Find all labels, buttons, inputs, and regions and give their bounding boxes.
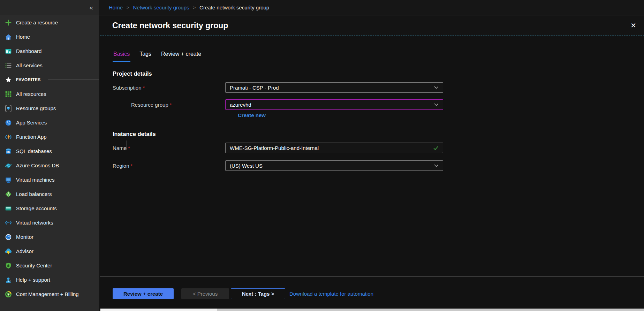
resource-group-select[interactable]: azurevhd (225, 99, 443, 110)
review-create-button[interactable]: Review + create (113, 288, 174, 299)
check-icon (433, 145, 439, 151)
sidebar-item-virtual-machines[interactable]: Virtual machines (0, 173, 99, 187)
region-select[interactable]: (US) West US (225, 160, 443, 171)
resource-group-value: azurevhd (230, 102, 251, 108)
cost-management-icon: $ (5, 291, 12, 298)
name-row: Name* WME-SG-Platform-Public-and-Interna… (113, 143, 644, 153)
sidebar-item-all-resources[interactable]: All resources (0, 87, 99, 101)
monitor-icon (5, 234, 12, 241)
subscription-label: Subscription* (113, 85, 225, 91)
sidebar-item-all-services[interactable]: All services (0, 58, 99, 73)
sidebar-item-advisor[interactable]: Advisor (0, 244, 99, 258)
region-value: (US) West US (230, 163, 263, 169)
sidebar-item-label: Resource groups (16, 105, 56, 111)
sidebar-item-cost-management-billing[interactable]: $Cost Management + Billing (0, 287, 99, 301)
virtual-networks-icon (5, 219, 12, 226)
main-area: Home>Network security groups>Create netw… (99, 0, 644, 311)
subscription-value: Pramati - CSP - Prod (230, 85, 279, 91)
breadcrumb-current-create-network-security-group: Create network security group (199, 5, 269, 10)
sidebar-item-storage-accounts[interactable]: Storage accounts (0, 201, 99, 215)
resource-groups-icon (5, 105, 12, 112)
required-asterisk: * (170, 102, 172, 108)
sidebar-item-label: Azure Cosmos DB (16, 162, 59, 168)
create-new-link[interactable]: Create new (238, 112, 266, 118)
sidebar-item-label: Function App (16, 134, 47, 140)
chevron-down-icon (434, 163, 439, 168)
close-icon[interactable]: ✕ (630, 22, 636, 29)
security-center-icon (5, 262, 12, 269)
name-value: WME-SG-Platform-Public-and-Internal (230, 145, 319, 151)
svg-text:$: $ (8, 293, 9, 296)
subscription-select[interactable]: Pramati - CSP - Prod (225, 82, 443, 93)
sidebar-item-label: Monitor (16, 234, 33, 240)
scrollbar-thumb[interactable] (101, 309, 217, 311)
chevron-down-icon (434, 85, 439, 90)
sidebar-item-label: Cost Management + Billing (16, 291, 79, 297)
sidebar-item-azure-cosmos-db[interactable]: Azure Cosmos DB (0, 158, 99, 173)
page-title: Create network security group (112, 21, 630, 30)
sidebar-item-create-a-resource[interactable]: Create a resource (0, 15, 99, 30)
sidebar-item-label: FAVORITES (16, 77, 41, 82)
sidebar-item-label: Virtual machines (16, 177, 55, 183)
region-row: Region* (US) West US (113, 160, 644, 171)
sidebar-item-function-app[interactable]: Function App (0, 130, 99, 144)
home-icon (5, 33, 12, 40)
sidebar-item-resource-groups[interactable]: Resource groups (0, 101, 99, 115)
sidebar-item-label: Security Center (16, 263, 52, 268)
cosmos-db-icon (5, 162, 12, 169)
sidebar-item-home[interactable]: Home (0, 30, 99, 44)
resource-group-label: Resource group* (113, 102, 225, 108)
breadcrumb-separator: > (193, 5, 196, 10)
sql-databases-icon: SQL (5, 148, 12, 155)
tab-review-create[interactable]: Review + create (160, 51, 202, 62)
breadcrumb-link-network-security-groups[interactable]: Network security groups (133, 5, 189, 10)
wizard-footer: Review + create < Previous Next : Tags >… (100, 276, 644, 299)
sidebar-item-help-support[interactable]: Help + support (0, 273, 99, 287)
breadcrumb-link-home[interactable]: Home (109, 5, 123, 10)
sidebar-item-label: Advisor (16, 248, 33, 254)
title-bar: Create network security group ✕ (99, 15, 644, 36)
sidebar-item-label: All resources (16, 91, 46, 97)
required-asterisk: * (131, 163, 133, 169)
download-template-link[interactable]: Download a template for automation (289, 291, 373, 297)
required-asterisk: * (128, 145, 130, 151)
advisor-icon (5, 248, 12, 255)
load-balancers-icon (5, 191, 12, 198)
sidebar-item-label: Storage accounts (16, 205, 57, 211)
sidebar-collapse-button[interactable]: « (0, 0, 99, 15)
next-tags-button[interactable]: Next : Tags > (231, 288, 285, 299)
sidebar-item-label: SQL databases (16, 148, 52, 154)
sidebar: « Create a resourceHomeDashboardAll serv… (0, 0, 99, 311)
create-nsg-panel: BasicsTagsReview + create Project detail… (100, 36, 644, 311)
name-label: Name* (113, 145, 225, 151)
sidebar-section-favorites: FAVORITES (0, 73, 99, 87)
horizontal-scrollbar[interactable] (100, 309, 644, 311)
sidebar-item-security-center[interactable]: Security Center (0, 258, 99, 273)
region-label: Region* (113, 163, 225, 169)
app-services-icon (5, 119, 12, 126)
sidebar-item-label: App Services (16, 120, 47, 126)
virtual-machines-icon (5, 176, 12, 183)
sidebar-item-monitor[interactable]: Monitor (0, 230, 99, 244)
tab-basics[interactable]: Basics (113, 51, 130, 62)
sidebar-item-virtual-networks[interactable]: Virtual networks (0, 215, 99, 230)
sidebar-item-load-balancers[interactable]: Load balancers (0, 187, 99, 201)
previous-button[interactable]: < Previous (181, 288, 229, 299)
project-details-heading: Project details (113, 70, 644, 77)
breadcrumb-separator: > (127, 5, 129, 10)
function-app-icon (5, 134, 12, 141)
sidebar-item-sql-databases[interactable]: SQLSQL databases (0, 144, 99, 158)
tab-tags[interactable]: Tags (139, 51, 152, 62)
instance-details-heading: Instance details (113, 131, 644, 137)
svg-text:SQL: SQL (6, 151, 10, 153)
storage-accounts-icon (5, 205, 12, 212)
chevron-down-icon (434, 102, 439, 107)
sidebar-item-dashboard[interactable]: Dashboard (0, 44, 99, 58)
sidebar-item-app-services[interactable]: App Services (0, 115, 99, 130)
sidebar-item-label: Load balancers (16, 191, 52, 197)
sidebar-item-label: Help + support (16, 277, 50, 283)
sidebar-nav: Create a resourceHomeDashboardAll servic… (0, 15, 99, 301)
name-input[interactable]: WME-SG-Platform-Public-and-Internal (225, 143, 443, 153)
sidebar-item-label: Virtual networks (16, 220, 53, 226)
star-icon (5, 76, 12, 83)
